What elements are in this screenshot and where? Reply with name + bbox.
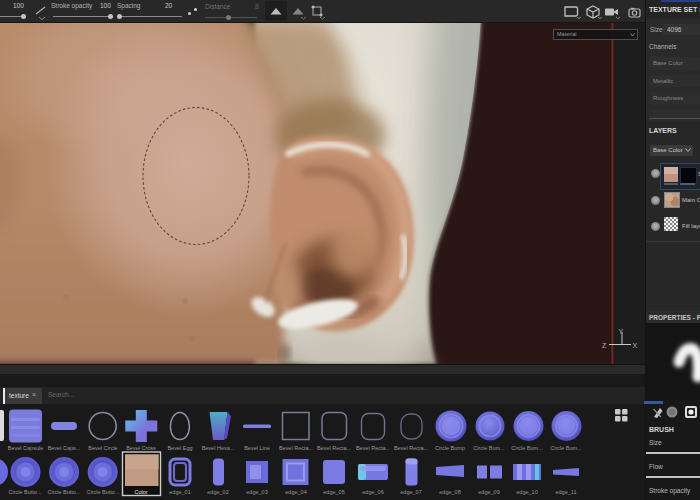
- svg-text:X: X: [633, 342, 638, 349]
- svg-text:Y: Y: [619, 328, 624, 335]
- svg-text:Z: Z: [602, 342, 607, 349]
